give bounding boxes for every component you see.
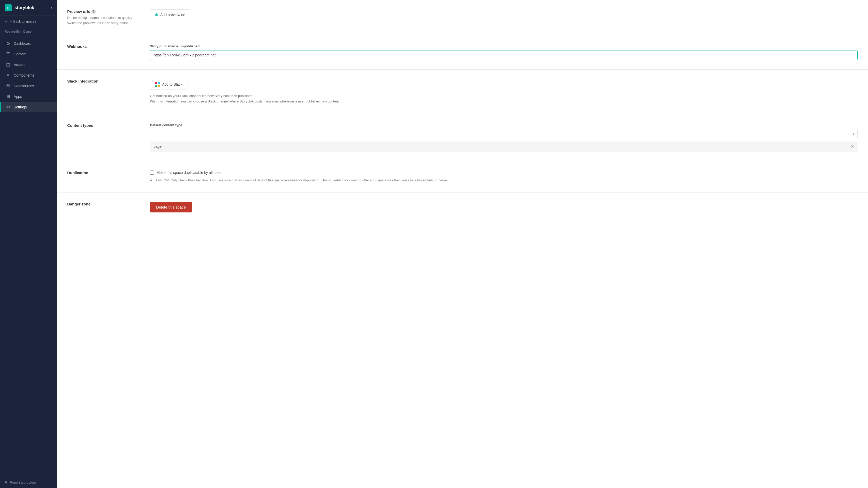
slack-logo-icon [155, 82, 160, 87]
webhooks-section: Webhooks Story published & unpublished [57, 35, 868, 69]
duplication-checkbox[interactable] [150, 171, 154, 175]
slack-content: Add to Slack Get notified on your Slack … [150, 79, 858, 104]
content-type-select[interactable]: page [150, 129, 858, 139]
content-type-tag-remove[interactable]: ✕ [851, 144, 854, 149]
preview-urls-content: ⊕ Add preview url [150, 9, 858, 25]
settings-content: Preview urls ? Define multiple domains/l… [57, 0, 868, 488]
content-type-tag-value: page [154, 144, 161, 148]
preview-urls-help-icon[interactable]: ? [92, 9, 96, 14]
content-icon: ☰ [5, 52, 10, 56]
sidebar-item-assets[interactable]: ◫ Assets [0, 59, 57, 70]
sidebar-item-label: Components [14, 73, 34, 77]
logo-icon: S [5, 4, 12, 11]
content-type-dropdown-wrapper: page ▾ [150, 129, 858, 139]
logo-text: storyblok [14, 5, 34, 10]
duplication-content: Make this space duplicatable by all user… [150, 171, 858, 183]
apps-icon: ⊞ [5, 94, 10, 99]
report-problem-link[interactable]: ⚑ Report a problem [0, 477, 57, 488]
assets-icon: ◫ [5, 62, 10, 67]
slack-section: Slack integration Add to Slack [57, 69, 868, 114]
duplication-section: Duplication Make this space duplicatable… [57, 161, 868, 193]
duplication-label: Duplication [67, 171, 140, 183]
preview-urls-section: Preview urls ? Define multiple domains/l… [57, 0, 868, 35]
report-problem-label: Report a problem [10, 481, 36, 484]
sidebar-item-components[interactable]: ❖ Components [0, 70, 57, 81]
sidebar-item-dashboard[interactable]: ⊙ Dashboard [0, 38, 57, 49]
content-type-dropdown-label: Default content type [150, 123, 858, 127]
settings-icon: ⚙ [5, 105, 10, 110]
sidebar-item-label: Apps [14, 94, 22, 98]
main-content: Preview urls ? Define multiple domains/l… [57, 0, 868, 488]
plus-icon: ⊕ [155, 12, 158, 17]
sidebar-item-label: Dashboard [14, 41, 32, 46]
webhook-type-label: Story published & unpublished [150, 44, 858, 48]
sidebar-item-content[interactable]: ☰ Content [0, 49, 57, 59]
content-types-content: Default content type page ▾ page ✕ [150, 123, 858, 152]
content-types-label: Content types [67, 123, 140, 152]
duplication-title: Duplication [67, 171, 140, 175]
sidebar-item-label: Content [14, 52, 26, 56]
components-icon: ❖ [5, 73, 10, 78]
slack-desc-line1: Get notified on your Slack channel if a … [150, 93, 858, 99]
slack-color-green [155, 85, 157, 87]
sidebar-item-label: Assets [14, 63, 25, 67]
back-arrow-icon: ← [5, 20, 8, 23]
delete-space-button[interactable]: Delete this space [150, 202, 192, 212]
webhooks-content: Story published & unpublished [150, 44, 858, 60]
add-preview-url-label: Add preview url [160, 13, 185, 17]
flag-icon: ⚑ [5, 481, 8, 484]
slack-color-red [155, 82, 157, 84]
slack-color-yellow [158, 85, 160, 87]
danger-zone-label: Danger zone [67, 202, 140, 212]
sidebar-nav: ⊙ Dashboard ☰ Content ◫ Assets ❖ Compone… [0, 36, 57, 477]
slack-desc-line2: With this integration you can choose a S… [150, 99, 858, 104]
preview-urls-label: Preview urls ? Define multiple domains/l… [67, 9, 140, 25]
webhooks-title: Webhooks [67, 44, 140, 49]
slack-title: Slack integration [67, 79, 140, 83]
slack-icon-grid [155, 82, 160, 87]
danger-zone-content: Delete this space [150, 202, 858, 212]
slack-description: Get notified on your Slack channel if a … [150, 93, 858, 104]
dashboard-icon: ⊙ [5, 41, 10, 46]
preview-urls-title: Preview urls ? [67, 9, 140, 14]
sidebar-logo[interactable]: S storyblok ▾ [0, 0, 57, 16]
duplication-checkbox-label: Make this space duplicatable by all user… [157, 171, 222, 175]
add-preview-url-button[interactable]: ⊕ Add preview url [150, 9, 190, 20]
duplication-attention-text: ATTENTION! Only check this checkbox if y… [150, 178, 858, 183]
space-name: RequestBin · Demo [0, 27, 57, 36]
content-type-tag: page ✕ [150, 142, 858, 152]
danger-zone-title: Danger zone [67, 202, 140, 206]
danger-zone-section: Danger zone Delete this space [57, 193, 868, 222]
delete-space-label: Delete this space [156, 205, 186, 209]
sidebar-item-apps[interactable]: ⊞ Apps [0, 91, 57, 102]
sidebar-item-datasources[interactable]: ⛁ Datasources [0, 81, 57, 91]
back-to-spaces-link[interactable]: ← ← Back to spaces [0, 16, 57, 27]
sidebar: S storyblok ▾ ← ← Back to spaces Request… [0, 0, 57, 488]
slack-label: Slack integration [67, 79, 140, 104]
webhooks-label: Webhooks [67, 44, 140, 60]
chevron-down-icon: ▾ [51, 6, 52, 9]
add-to-slack-label: Add to Slack [162, 82, 183, 86]
sidebar-item-label: Settings [14, 105, 27, 109]
sidebar-item-label: Datasources [14, 84, 34, 88]
webhook-url-input[interactable] [150, 50, 858, 60]
sidebar-item-settings[interactable]: ⚙ Settings [0, 102, 57, 112]
back-to-spaces-label: ← Back to spaces [9, 20, 36, 23]
content-types-title: Content types [67, 123, 140, 127]
datasources-icon: ⛁ [5, 83, 10, 88]
preview-urls-description: Define multiple domains/locations to qui… [67, 15, 140, 25]
add-to-slack-button[interactable]: Add to Slack [150, 79, 187, 90]
slack-color-blue [158, 82, 160, 84]
content-types-section: Content types Default content type page … [57, 114, 868, 161]
duplication-checkbox-row: Make this space duplicatable by all user… [150, 171, 858, 175]
